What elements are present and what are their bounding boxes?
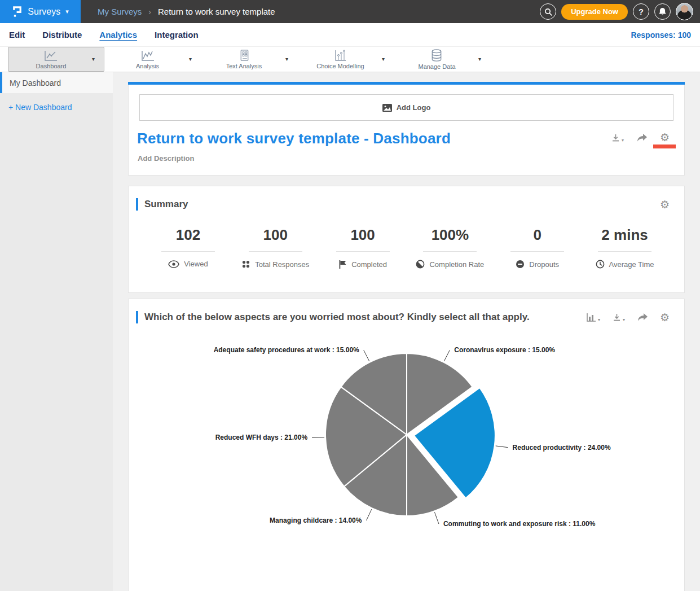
pie-label-leader	[496, 446, 508, 448]
divider	[161, 251, 215, 252]
download-icon	[611, 133, 620, 143]
toolbar-manage-data-label: Manage Data	[418, 63, 455, 70]
chevron-down-icon[interactable]: ▾	[382, 56, 385, 62]
help-button[interactable]: ?	[633, 3, 649, 20]
question-title: Which of the below aspects are you worri…	[144, 312, 586, 323]
chart-type-button[interactable]: ▾	[586, 313, 600, 322]
divider	[598, 251, 651, 252]
chevron-down-icon: ▾	[622, 138, 624, 143]
summary-settings-button[interactable]: ⚙	[660, 199, 670, 210]
download-chart-button[interactable]: ▾	[612, 313, 625, 322]
question-mark-icon: ?	[639, 7, 644, 16]
stat-completion-rate: 100% Completion Rate	[406, 226, 494, 269]
text-analysis-icon	[238, 49, 250, 62]
toolbar-text-analysis-label: Text Analysis	[226, 63, 262, 69]
stat-average-time: 2 mins Average Time	[581, 226, 668, 269]
dashboard-content: Add Logo Return to work survey template …	[113, 72, 700, 591]
divider	[249, 251, 302, 252]
pie-label: Reduced WFH days : 21.00%	[215, 434, 308, 441]
stat-label: Total Responses	[255, 260, 309, 269]
toolbar-dashboard[interactable]: Dashboard ▾	[8, 47, 104, 72]
accent-tick	[136, 311, 138, 323]
chart-settings-button[interactable]: ⚙	[660, 312, 670, 323]
breadcrumb-current: Return to work survey template	[158, 7, 275, 16]
search-button[interactable]	[540, 3, 556, 20]
clock-icon	[596, 260, 605, 269]
stat-value: 100%	[406, 226, 494, 244]
stat-label: Average Time	[609, 260, 654, 269]
pie-label: Commuting to work and exposure risk : 11…	[443, 520, 596, 528]
minus-circle-icon	[516, 260, 525, 269]
pie-label-leader	[364, 350, 369, 361]
toolbar-manage-data[interactable]: Manage Data ▾	[394, 47, 490, 72]
stat-value: 0	[494, 226, 581, 244]
pie-label-leader	[366, 509, 371, 520]
dashboard-header-card: Add Logo Return to work survey template …	[128, 82, 685, 176]
share-chart-button[interactable]	[637, 313, 648, 322]
add-description-button[interactable]: Add Description	[138, 154, 684, 163]
add-logo-button[interactable]: Add Logo	[139, 94, 673, 121]
dashboard-settings-button[interactable]: ⚙	[660, 132, 670, 143]
eye-icon	[168, 260, 179, 268]
product-name: Surveys	[28, 7, 60, 17]
pie-label-leader	[434, 512, 438, 524]
notifications-button[interactable]	[654, 3, 671, 20]
summary-card: Summary ⚙ 102 Viewed 100	[128, 186, 685, 293]
stat-label: Completed	[351, 260, 387, 269]
chevron-down-icon[interactable]: ▾	[189, 56, 192, 62]
database-icon	[430, 49, 443, 63]
dashboard-chart-icon	[43, 49, 58, 62]
search-icon	[544, 7, 553, 16]
question-actions: ▾ ▾ ⚙	[586, 312, 670, 323]
share-dashboard-button[interactable]	[636, 133, 648, 142]
toolbar-analysis-label: Analysis	[136, 63, 159, 69]
flag-icon	[338, 260, 347, 269]
pie-label: Coronavirus exposure : 15.00%	[454, 346, 555, 354]
stat-label: Viewed	[184, 260, 208, 268]
pie-label-leader	[444, 350, 450, 361]
nav-distribute[interactable]: Distribute	[42, 30, 82, 40]
breadcrumb-my-surveys[interactable]: My Surveys	[98, 7, 142, 16]
stat-value: 100	[319, 226, 407, 244]
nav-items: Edit Distribute Analytics Integration	[9, 30, 199, 40]
dots-grid-icon	[241, 260, 250, 269]
stat-label: Completion Rate	[429, 260, 484, 269]
pie-chart: Coronavirus exposure : 15.00%Reduced pro…	[129, 323, 684, 559]
accent-tick	[136, 198, 138, 211]
nav-edit[interactable]: Edit	[9, 30, 25, 40]
summary-stats: 102 Viewed 100 Total Responses	[129, 211, 684, 292]
image-icon	[382, 104, 392, 112]
divider	[336, 251, 390, 252]
chevron-down-icon: ▾	[65, 8, 69, 15]
toolbar-choice-modelling-label: Choice Modelling	[316, 63, 364, 69]
download-dashboard-button[interactable]: ▾	[611, 133, 624, 143]
new-dashboard-button[interactable]: + New Dashboard	[0, 93, 113, 112]
avatar[interactable]	[676, 3, 693, 20]
bell-icon	[658, 7, 667, 16]
accent-strip	[128, 82, 685, 85]
dashboard-actions: ▾ ⚙	[611, 130, 670, 143]
half-circle-icon	[416, 260, 425, 269]
product-switcher[interactable]: Surveys ▾	[0, 0, 81, 23]
breadcrumb: My Surveys › Return to work survey templ…	[98, 7, 275, 16]
stat-completed: 100 Completed	[319, 226, 407, 269]
nav-analytics[interactable]: Analytics	[99, 30, 137, 40]
top-bar-actions: Upgrade Now ?	[540, 3, 693, 20]
chevron-down-icon[interactable]: ▾	[478, 56, 481, 62]
download-icon	[612, 313, 622, 322]
gear-icon: ⚙	[660, 132, 670, 143]
stat-value: 100	[232, 226, 319, 244]
sidebar-item-my-dashboard[interactable]: My Dashboard	[0, 72, 113, 93]
toolbar-analysis[interactable]: Analysis ▾	[104, 47, 201, 72]
chevron-down-icon[interactable]: ▾	[285, 56, 288, 62]
toolbar-choice-modelling[interactable]: Choice Modelling ▾	[297, 47, 394, 72]
stat-viewed: 102 Viewed	[144, 226, 232, 269]
chevron-down-icon[interactable]: ▾	[92, 56, 95, 62]
toolbar-text-analysis[interactable]: Text Analysis ▾	[201, 47, 297, 72]
nav-integration[interactable]: Integration	[155, 30, 199, 40]
upgrade-now-button[interactable]: Upgrade Now	[561, 4, 628, 20]
summary-title: Summary	[144, 199, 660, 210]
chevron-down-icon: ▾	[623, 317, 625, 322]
share-arrow-icon	[637, 313, 648, 322]
analytics-toolbar: Dashboard ▾ Analysis ▾ Text Analysis ▾ C…	[0, 46, 700, 72]
